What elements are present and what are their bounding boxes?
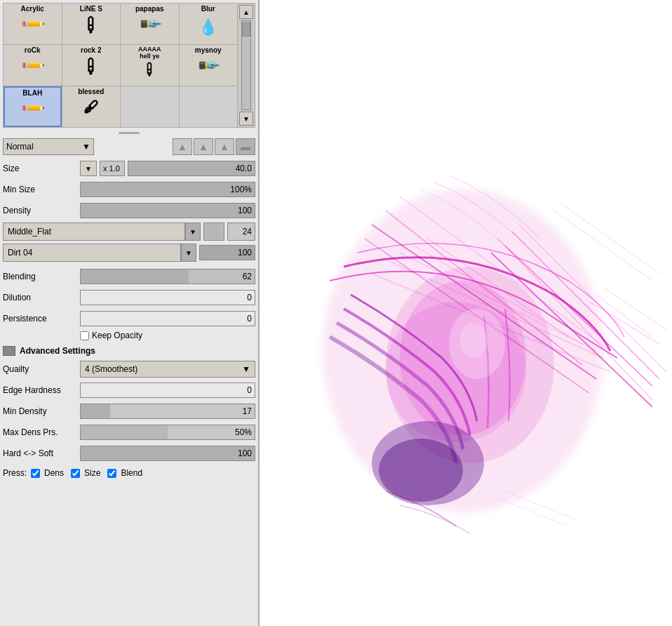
blend-mode-select[interactable]: Normal ▼ <box>3 138 94 155</box>
size-multiplier: x 1.0 <box>100 161 125 176</box>
advanced-icon <box>3 346 15 356</box>
min-size-slider[interactable]: 100% <box>80 182 255 197</box>
scroll-down-button[interactable]: ▼ <box>239 112 253 126</box>
persistence-row: Persistence 0 <box>3 309 255 328</box>
brush-rock-icon: ✏️ <box>20 53 46 79</box>
brush-mysnoy-icon: ✒️ <box>195 53 221 79</box>
quality-label: Quailty <box>3 364 80 374</box>
brush-blur[interactable]: Blur 💧 <box>180 4 238 44</box>
size-slider[interactable]: 40.0 <box>128 161 255 176</box>
dilution-slider[interactable]: 0 <box>80 290 255 305</box>
blend-arrow-2[interactable]: ▲ <box>194 138 213 155</box>
brush-blah-icon: ✏️ <box>20 95 46 121</box>
press-dens-checkbox[interactable] <box>31 469 40 478</box>
blending-section: Blending 62 Dilution 0 Persistence 0 <box>3 267 255 331</box>
svg-point-5 <box>379 439 463 502</box>
dilution-value: 0 <box>247 293 252 302</box>
brush-acrylic[interactable]: Acrylic ✏️ <box>4 4 62 44</box>
press-size-label: Size <box>84 468 100 478</box>
brush-line-s[interactable]: LiNE S 🖊 <box>62 4 121 44</box>
brush-shape-row: Middle_Flat ▼ 24 <box>3 222 255 241</box>
max-dens-prs-value: 50% <box>235 427 252 437</box>
blend-arrow-3[interactable]: ▲ <box>215 138 234 155</box>
max-dens-prs-slider[interactable]: 50% <box>80 425 255 440</box>
blend-arrows: ▲ ▲ ▲ ▬ <box>173 138 255 155</box>
hard-soft-slider[interactable]: 100 <box>80 446 255 461</box>
press-label: Press: <box>3 468 27 478</box>
press-dens-label: Dens <box>44 468 64 478</box>
size-value: 40.0 <box>236 164 252 173</box>
hard-soft-row: Hard <-> Soft 100 <box>3 444 255 462</box>
brush-mysnoy[interactable]: mysnoy ✒️ <box>180 45 238 86</box>
press-row: Press: Dens Size Blend <box>3 468 255 478</box>
hard-soft-label: Hard <-> Soft <box>3 448 80 458</box>
brush-papapas-icon: ✒️ <box>137 11 163 37</box>
density-row: Density 100 <box>3 201 255 220</box>
brush-shape-value: 24 <box>227 222 255 241</box>
persistence-label: Persistence <box>3 314 80 324</box>
brush-rock[interactable]: roCk ✏️ <box>4 45 62 86</box>
brush-grid: Acrylic ✏️ LiNE S 🖊 papapas ✒️ Blur 💧 ▲ … <box>3 3 255 128</box>
blend-arrow-4[interactable]: ▬ <box>236 138 255 155</box>
keep-opacity-checkbox[interactable] <box>80 331 89 340</box>
density-label: Density <box>3 206 80 215</box>
blending-value: 62 <box>243 272 252 281</box>
brush-blah[interactable]: BLAH ✏️ <box>4 86 62 127</box>
blend-arrow-1[interactable]: ▲ <box>173 138 192 155</box>
brush-empty-1 <box>121 86 179 127</box>
brush-shape-arrow[interactable]: ▼ <box>185 222 201 241</box>
blend-mode-label: Normal <box>6 142 34 152</box>
min-density-value: 17 <box>243 406 252 416</box>
brush-shape-select[interactable]: Middle_Flat <box>3 222 185 241</box>
quality-row: Quailty 4 (Smoothest) ▼ <box>3 360 255 378</box>
density-slider[interactable]: 100 <box>80 203 255 218</box>
quality-select[interactable]: 4 (Smoothest) ▼ <box>80 361 255 378</box>
brush-acrylic-icon: ✏️ <box>20 11 46 37</box>
brush-aaaaa[interactable]: AAAAAhell ye 🖊 <box>121 45 179 86</box>
edge-hardness-slider[interactable]: 0 <box>80 382 255 398</box>
blending-label: Blending <box>3 272 80 281</box>
texture-select[interactable]: Dirt 04 <box>3 244 181 262</box>
press-blend-label: Blend <box>121 468 142 478</box>
dilution-row: Dilution 0 <box>3 288 255 307</box>
size-label: Size <box>3 164 80 173</box>
scrollbar-track[interactable] <box>241 20 251 110</box>
min-density-slider[interactable]: 17 <box>80 404 255 419</box>
persistence-slider[interactable]: 0 <box>80 311 255 326</box>
edge-hardness-label: Edge Hardness <box>3 385 80 395</box>
left-panel: Acrylic ✏️ LiNE S 🖊 papapas ✒️ Blur 💧 ▲ … <box>0 0 260 626</box>
brush-aaaaa-icon: 🖊 <box>140 59 159 79</box>
min-density-row: Min Density 17 <box>3 402 255 420</box>
brush-stroke-svg <box>260 0 672 626</box>
brush-blessed[interactable]: blessed 🖋 <box>62 86 121 127</box>
handle-bar <box>119 132 140 134</box>
size-row: Size ▼ x 1.0 40.0 <box>3 159 255 178</box>
blending-row: Blending 62 <box>3 267 255 286</box>
quality-value: 4 (Smoothest) <box>85 364 137 374</box>
texture-label: Dirt 04 <box>8 248 32 258</box>
press-size-checkbox[interactable] <box>71 469 80 478</box>
brush-scrollbar[interactable]: ▲ ▼ <box>238 4 255 127</box>
press-blend-checkbox[interactable] <box>107 469 116 478</box>
blend-mode-row: Normal ▼ ▲ ▲ ▲ ▬ <box>3 138 255 155</box>
min-size-value: 100% <box>230 185 252 194</box>
dilution-label: Dilution <box>3 293 80 302</box>
brush-rock2[interactable]: rock 2 🖊 <box>62 45 121 86</box>
advanced-title: Advanced Settings <box>20 346 95 356</box>
brush-papapas[interactable]: papapas ✒️ <box>121 4 179 44</box>
texture-slider[interactable]: 100 <box>199 245 255 260</box>
max-dens-prs-label: Max Dens Prs. <box>3 427 80 437</box>
scroll-up-button[interactable]: ▲ <box>239 5 253 19</box>
blending-slider[interactable]: 62 <box>80 269 255 284</box>
blend-mode-arrow-icon: ▼ <box>82 142 90 152</box>
min-density-label: Min Density <box>3 406 80 416</box>
canvas-area[interactable] <box>260 0 672 626</box>
min-size-label: Min Size <box>3 185 80 194</box>
texture-arrow[interactable]: ▼ <box>181 244 196 262</box>
brush-blessed-icon: 🖋 <box>83 98 99 116</box>
size-dropdown[interactable]: ▼ <box>80 161 97 176</box>
scrollbar-thumb <box>242 22 250 36</box>
brush-lines-icon: 🖊 <box>79 13 103 36</box>
edge-hardness-value: 0 <box>247 385 252 395</box>
hard-soft-value: 100 <box>238 448 252 458</box>
